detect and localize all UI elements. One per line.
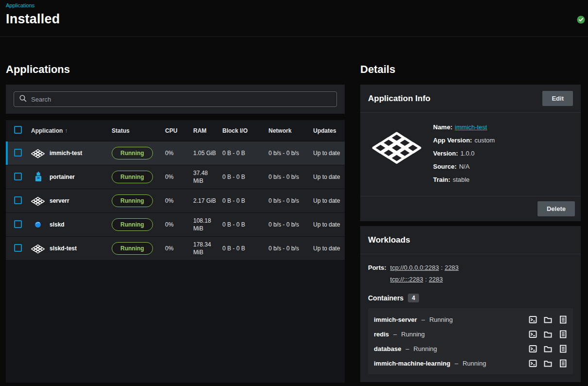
status-badge: Running [112,218,153,231]
cpu-value: 0% [165,221,193,228]
port-number-link[interactable]: 2283 [445,264,459,271]
logs-icon[interactable] [559,345,567,353]
container-list: immich-server – Running redis – Running [368,308,573,374]
field-value: 1.0.0 [460,150,474,157]
container-row: immich-server – Running [374,312,567,327]
field-label: Source: [433,163,456,170]
field-label: App Version: [433,137,472,144]
workloads-body: Ports: tcp://0.0.0.0:2283:2283 tcp://:::… [360,254,581,382]
shell-icon[interactable] [529,316,537,324]
table-row[interactable]: portainer Running 0% 37.48 MiB 0 B - 0 B… [6,165,345,189]
updates-value: Up to date [313,221,345,228]
application-info-body: Name:immich-test App Version:custom Vers… [360,113,581,196]
port-mapping: tcp://:::2283:2283 [390,276,443,283]
app-name: slskd-test [50,245,77,252]
search-input[interactable] [31,96,332,103]
logs-icon[interactable] [559,330,567,338]
volumes-icon[interactable] [544,330,552,338]
edit-button[interactable]: Edit [542,91,573,106]
app-icon-cube-grid [31,242,45,255]
table-header-row: Application↑ Status CPU RAM Block I/O Ne… [6,120,345,141]
container-name: immich-machine-learning [374,360,450,367]
row-checkbox[interactable] [14,149,22,157]
health-check-icon[interactable] [577,16,585,24]
search-panel [6,85,345,114]
updates-value: Up to date [313,197,345,204]
column-header-application[interactable]: Application↑ [31,127,112,134]
block-io-value: 0 B - 0 B [222,221,269,228]
delete-button[interactable]: Delete [538,201,575,216]
workloads-card: Workloads Ports: tcp://0.0.0.0:2283:2283… [360,226,581,382]
select-all-checkbox[interactable] [14,126,22,134]
application-info-footer: Delete [360,196,581,221]
status-badge: Running [112,242,153,255]
table-row[interactable]: immich-test Running 0% 1.05 GiB 0 B - 0 … [6,141,345,165]
container-state: Running [429,316,453,323]
column-header-cpu[interactable]: CPU [165,127,193,134]
container-state: Running [463,360,486,367]
container-row: immich-machine-learning – Running [374,356,567,370]
port-number-link[interactable]: 2283 [429,276,443,283]
shell-icon[interactable] [529,345,537,353]
status-badge: Running [112,194,153,207]
network-value: 0 b/s - 0 b/s [269,197,313,204]
row-checkbox[interactable] [14,244,22,252]
row-checkbox[interactable] [14,173,22,180]
dash-separator: – [393,331,397,338]
column-header-ram[interactable]: RAM [193,127,222,134]
row-checkbox[interactable] [14,196,22,204]
dash-separator: – [454,360,458,367]
application-info-fields: Name:immich-test App Version:custom Vers… [433,120,573,186]
block-io-value: 0 B - 0 B [222,245,269,252]
containers-heading: Containers 4 [368,294,573,302]
table-row[interactable]: serverr Running 0% 2.17 GiB 0 B - 0 B 0 … [6,189,345,213]
app-icon-cube-grid [31,146,45,160]
shell-icon[interactable] [529,330,537,338]
app-name: serverr [50,197,69,204]
shell-icon[interactable] [529,359,537,368]
table-row[interactable]: slskd-test Running 0% 178.34 MiB 0 B - 0… [6,237,345,261]
status-badge: Running [112,147,153,159]
ram-value: 37.48 MiB [193,169,222,185]
details-section: Details Application Info Edit Name:immic… [360,63,581,386]
container-name: immich-server [374,316,417,323]
ports-row: Ports: tcp://0.0.0.0:2283:2283 tcp://:::… [368,262,573,285]
updates-value: Up to date [313,150,345,157]
field-label: Name: [433,123,453,131]
column-header-network[interactable]: Network [269,127,313,134]
column-header-updates[interactable]: Updates [313,127,345,134]
containers-count-badge: 4 [408,294,419,302]
port-links: tcp://0.0.0.0:2283:2283 tcp://:::2283:22… [390,262,459,285]
volumes-icon[interactable] [544,345,552,353]
volumes-icon[interactable] [544,359,552,368]
cpu-value: 0% [165,197,193,204]
app-icon-cube-grid [31,194,45,208]
logs-icon[interactable] [559,359,567,368]
column-header-status[interactable]: Status [112,127,165,134]
table-row[interactable]: slskd Running 0% 108.18 MiB 0 B - 0 B 0 … [6,213,345,237]
container-state: Running [414,345,437,352]
cpu-value: 0% [165,150,193,157]
volumes-icon[interactable] [544,316,552,324]
page-title: Installed [6,12,60,27]
dash-separator: – [405,345,409,352]
port-url-link[interactable]: tcp://:::2283 [390,276,423,283]
field-label: Version: [433,150,458,157]
port-mapping: tcp://0.0.0.0:2283:2283 [390,264,459,271]
container-name: database [374,345,401,352]
container-row: redis – Running [374,327,567,341]
breadcrumb[interactable]: Applications [6,2,34,8]
ram-value: 1.05 GiB [193,149,222,157]
app-name-link[interactable]: immich-test [455,123,487,131]
search-box[interactable] [14,91,337,107]
ports-label: Ports: [368,262,386,285]
logs-icon[interactable] [559,316,567,324]
container-row: database – Running [374,341,567,356]
app-name: slskd [50,221,65,228]
updates-value: Up to date [313,174,345,180]
containers-label: Containers [368,294,403,302]
column-header-block-io[interactable]: Block I/O [222,127,269,134]
port-url-link[interactable]: tcp://0.0.0.0:2283 [390,264,439,271]
row-checkbox[interactable] [14,220,22,228]
field-label: Train: [433,176,450,183]
